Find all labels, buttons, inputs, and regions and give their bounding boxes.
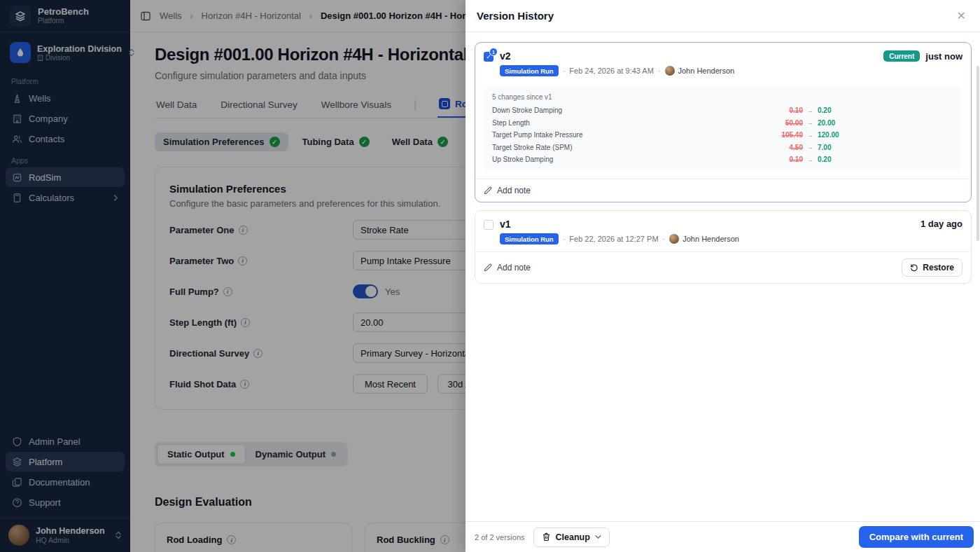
version-card-v1[interactable]: v1 1 day ago Simulation Run · Feb 22, 20… (475, 210, 972, 284)
version-name: v1 (500, 219, 511, 230)
compare-with-current-button[interactable]: Compare with current (859, 526, 974, 548)
dot-separator: · (563, 67, 566, 75)
simulation-run-badge: Simulation Run (500, 233, 559, 244)
version-time: 1 day ago (920, 219, 962, 229)
add-note-button[interactable]: Add note (484, 263, 531, 272)
trash-icon (542, 532, 551, 541)
version-time: just now (925, 51, 962, 62)
version-date: Feb 22, 2026 at 12:27 PM (569, 235, 658, 243)
simulation-run-badge: Simulation Run (500, 65, 559, 76)
dot-separator: · (663, 235, 666, 243)
chevron-down-icon (595, 534, 601, 540)
add-note-button[interactable]: Add note (484, 186, 531, 195)
close-icon[interactable]: ✕ (954, 8, 969, 25)
change-row: Target Pump Intake Pressure 105.40→120.0… (492, 131, 954, 139)
author-avatar (665, 66, 675, 76)
version-checkbox-v1[interactable] (484, 220, 493, 230)
panel-title: Version History (477, 10, 554, 22)
panel-footer: 2 of 2 versions Cleanup Compare with cur… (465, 521, 980, 552)
selection-order-badge: 1 (489, 48, 498, 56)
change-row: Step Length 50.00→20.00 (492, 119, 954, 127)
author-avatar (669, 234, 679, 244)
version-date: Feb 24, 2026 at 9:43 AM (569, 67, 653, 75)
change-row: Down Stroke Damping 0.10→0.20 (492, 106, 954, 114)
version-list: ✓1 v2 Current just now Simulation Run · … (465, 32, 980, 521)
arrow-right-icon: → (807, 132, 813, 139)
version-card-v2[interactable]: ✓1 v2 Current just now Simulation Run · … (475, 42, 972, 202)
arrow-right-icon: → (807, 144, 813, 151)
changes-header: 5 changes since v1 (492, 93, 954, 101)
arrow-right-icon: → (807, 156, 813, 163)
scrollbar-thumb[interactable] (976, 66, 979, 241)
changes-summary: 5 changes since v1 Down Stroke Damping 0… (484, 86, 962, 170)
pencil-icon (484, 263, 492, 272)
panel-header: Version History ✕ (465, 0, 980, 32)
version-name: v2 (500, 50, 511, 62)
version-history-panel: Version History ✕ ✓1 v2 Current just now (465, 0, 980, 552)
pencil-icon (484, 186, 492, 195)
version-author: John Henderson (669, 234, 739, 244)
dot-separator: · (658, 67, 661, 75)
current-badge: Current (883, 50, 920, 62)
restore-icon (910, 263, 918, 272)
version-count: 2 of 2 versions (475, 533, 525, 541)
version-author: John Henderson (665, 66, 735, 76)
arrow-right-icon: → (807, 119, 813, 126)
restore-button[interactable]: Restore (902, 258, 962, 277)
cleanup-button[interactable]: Cleanup (533, 527, 610, 547)
app-window: PetroBench Platform Exploration Division… (0, 0, 980, 552)
version-checkbox-v2[interactable]: ✓1 (484, 52, 493, 62)
dot-separator: · (563, 235, 566, 243)
arrow-right-icon: → (807, 107, 813, 114)
change-row: Target Stroke Rate (SPM) 4.50→7.00 (492, 144, 954, 151)
change-row: Up Stroke Damping 0.10→0.20 (492, 156, 954, 163)
